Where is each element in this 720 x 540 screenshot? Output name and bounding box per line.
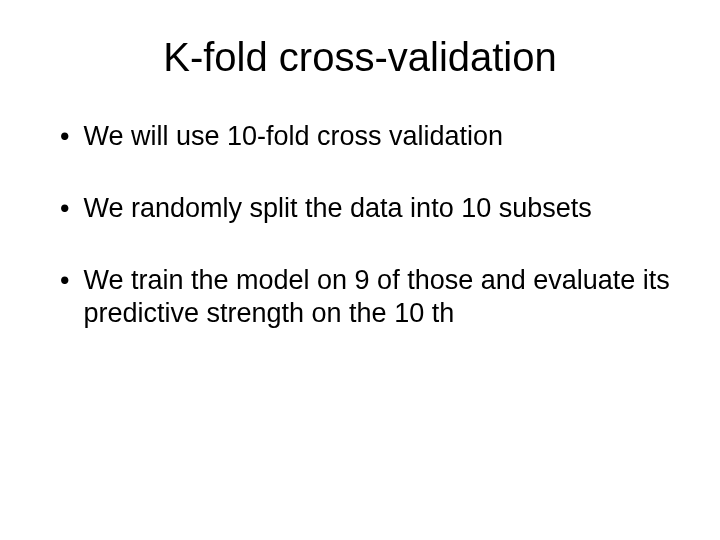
- bullet-item: • We randomly split the data into 10 sub…: [60, 192, 670, 226]
- bullet-marker-icon: •: [60, 192, 69, 226]
- slide-title: K-fold cross-validation: [50, 35, 670, 80]
- bullet-item: • We will use 10-fold cross validation: [60, 120, 670, 154]
- bullet-marker-icon: •: [60, 120, 69, 154]
- bullet-text: We randomly split the data into 10 subse…: [83, 192, 670, 226]
- bullet-item: • We train the model on 9 of those and e…: [60, 264, 670, 332]
- slide-content: • We will use 10-fold cross validation •…: [50, 120, 670, 331]
- bullet-text: We will use 10-fold cross validation: [83, 120, 670, 154]
- bullet-text: We train the model on 9 of those and eva…: [83, 264, 670, 332]
- slide-container: K-fold cross-validation • We will use 10…: [0, 0, 720, 540]
- bullet-marker-icon: •: [60, 264, 69, 298]
